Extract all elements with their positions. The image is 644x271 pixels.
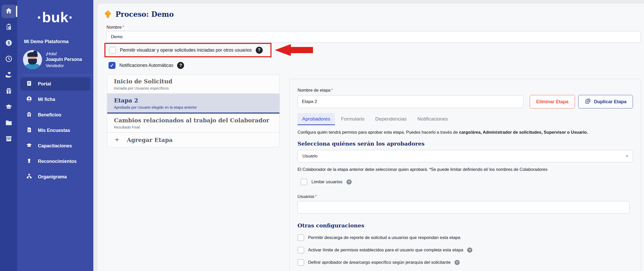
limit-users-row: Limitar usuarios ? bbox=[301, 179, 633, 185]
stage-list-item[interactable]: Inicio de SolicitudIniciada por Usuarios… bbox=[107, 75, 279, 94]
sidebar-item-mis-encuestas[interactable]: Mis Encuestas bbox=[20, 124, 90, 137]
annotation-highlight-box: Permitir visualizar y operar solicitudes… bbox=[104, 43, 271, 57]
orgchart-icon bbox=[26, 173, 32, 181]
process-diamond-icon bbox=[105, 11, 111, 18]
allow-view-other-users-label: Permitir visualizar y operar solicitudes… bbox=[120, 47, 252, 53]
rail-item-benefits-gift[interactable] bbox=[2, 85, 16, 98]
other-option-label: Activar límite de permisos establecidos … bbox=[308, 248, 463, 253]
help-icon[interactable]: ? bbox=[256, 47, 263, 54]
stage-list-item[interactable]: Etapa 2Aprobada por Usuario elegido en l… bbox=[107, 94, 279, 114]
required-marker: * bbox=[122, 25, 124, 29]
sidebar-item-label: Mis Encuestas bbox=[38, 128, 70, 133]
sidebar-item-mi-ficha[interactable]: Mi ficha bbox=[20, 93, 90, 106]
approvers-intro: Configura quién tendrá permiso para apro… bbox=[298, 130, 633, 135]
other-option-label: Definir aprobador de área/cargo específi… bbox=[308, 260, 451, 265]
sidebar-item-capacitaciones[interactable]: Capacitaciones bbox=[20, 139, 90, 153]
auto-notifications-label: Notificaciones Automáticas bbox=[119, 63, 173, 68]
avatar bbox=[23, 50, 42, 69]
limit-users-checkbox[interactable] bbox=[301, 179, 307, 185]
other-option-checkbox[interactable] bbox=[298, 234, 304, 241]
stage-title: Cambios relacionados al trabajo del Cola… bbox=[114, 117, 273, 124]
stage-list: Inicio de SolicitudIniciada por Usuarios… bbox=[107, 74, 280, 147]
icon-rail: $ bbox=[0, 0, 17, 271]
sidebar-divider bbox=[23, 75, 93, 75]
org-name: Mi Demo Plataforma bbox=[24, 39, 93, 44]
rail-item-trainings-cap[interactable] bbox=[2, 101, 16, 114]
svg-text:$: $ bbox=[7, 41, 10, 45]
help-icon[interactable]: ? bbox=[467, 248, 472, 253]
sidebar-item-label: Capacitaciones bbox=[38, 143, 72, 149]
trainings-cap-icon bbox=[26, 142, 32, 150]
time-icon bbox=[5, 55, 13, 64]
rail-item-documents-folder[interactable] bbox=[2, 117, 16, 130]
stage-name-input[interactable] bbox=[298, 95, 523, 108]
add-stage-button[interactable]: + Agregar Etapa bbox=[107, 133, 279, 147]
sidebar-item-label: Organigrama bbox=[38, 174, 67, 180]
sidebar-item-organigrama[interactable]: Organigrama bbox=[20, 170, 90, 184]
sidebar-item-label: Beneficios bbox=[38, 112, 61, 118]
tab-notificaciones[interactable]: Notificaciones bbox=[413, 113, 452, 125]
auto-notifications-row: ✓ Notificaciones Automáticas ? bbox=[109, 62, 184, 69]
process-name-input[interactable] bbox=[106, 31, 641, 43]
rail-item-marketplace-store[interactable] bbox=[2, 133, 16, 146]
delete-stage-button[interactable]: Eliminar Etapa bbox=[530, 95, 575, 108]
stage-list-item[interactable]: Cambios relacionados al trabajo del Cola… bbox=[107, 114, 279, 133]
help-icon[interactable]: ? bbox=[455, 260, 460, 265]
duplicate-icon bbox=[585, 98, 591, 106]
annotation-arrow bbox=[275, 45, 313, 55]
limit-users-label: Limitar usuarios bbox=[311, 179, 342, 185]
hand-heart-icon bbox=[5, 71, 13, 80]
other-option-checkbox[interactable] bbox=[298, 247, 304, 253]
marketplace-store-icon bbox=[5, 135, 13, 144]
process-name-label: Nombre* bbox=[106, 25, 124, 30]
users-input[interactable] bbox=[298, 201, 630, 213]
main-area: Proceso: Demo Nombre* Permitir visualiza… bbox=[93, 0, 644, 271]
auto-notifications-checkbox[interactable]: ✓ bbox=[109, 62, 115, 69]
approver-type-value: Usuario bbox=[302, 154, 318, 159]
rail-item-payments[interactable]: $ bbox=[2, 37, 16, 50]
portal-doc-icon bbox=[26, 80, 32, 88]
users-label: Usuarios* bbox=[298, 194, 633, 199]
sidebar-item-portal[interactable]: Portal bbox=[20, 77, 90, 91]
stage-title: Etapa 2 bbox=[114, 97, 273, 104]
sidebar: ·buk· Mi Demo Plataforma ¡Hola! Joaquín … bbox=[17, 0, 93, 271]
benefits-gift-icon bbox=[26, 111, 32, 119]
other-option-row: Permitir descarga de reporte de solicitu… bbox=[298, 234, 633, 241]
rail-item-home[interactable] bbox=[2, 5, 16, 18]
approver-type-select[interactable]: Usuario ▾ bbox=[298, 150, 633, 162]
other-option-checkbox[interactable] bbox=[298, 259, 304, 266]
buk-logo: ·buk· bbox=[17, 9, 93, 26]
stage-subtitle: Iniciada por Usuarios específicos bbox=[114, 86, 273, 90]
medal-icon bbox=[26, 158, 32, 165]
tab-dependencias[interactable]: Dependencias bbox=[371, 113, 411, 125]
sidebar-item-label: Portal bbox=[38, 81, 51, 87]
sidebar-item-reconocimientos[interactable]: Reconocimientos bbox=[20, 155, 90, 168]
rail-item-clipboard-tasks[interactable] bbox=[2, 21, 16, 34]
duplicate-stage-button[interactable]: Duplicar Etapa bbox=[578, 95, 633, 108]
clipboard-tasks-icon bbox=[5, 23, 13, 32]
chevron-down-icon: ▾ bbox=[626, 154, 628, 158]
rail-item-hand-heart[interactable] bbox=[2, 69, 16, 82]
other-option-label: Permitir descarga de reporte de solicitu… bbox=[308, 235, 460, 240]
stage-tabs: AprobadoresFormularioDependenciasNotific… bbox=[298, 113, 633, 125]
allow-view-other-users-checkbox[interactable] bbox=[109, 47, 116, 54]
stage-title: Inicio de Solicitud bbox=[114, 78, 273, 85]
documents-folder-icon bbox=[5, 119, 13, 128]
tab-aprobadores[interactable]: Aprobadores bbox=[298, 113, 335, 125]
profile-icon bbox=[26, 96, 32, 103]
sidebar-menu: PortalMi fichaBeneficiosMis EncuestasCap… bbox=[17, 77, 93, 184]
help-icon[interactable]: ? bbox=[177, 62, 184, 69]
tab-formulario[interactable]: Formulario bbox=[336, 113, 369, 125]
required-marker: * bbox=[331, 88, 333, 92]
process-card: Proceso: Demo Nombre* Permitir visualiza… bbox=[97, 4, 644, 271]
rail-item-time[interactable] bbox=[2, 53, 16, 66]
stage-name-label: Nombre de etapa* bbox=[298, 88, 333, 92]
plus-icon: + bbox=[115, 136, 119, 143]
benefits-gift-icon bbox=[5, 87, 13, 96]
other-config-heading: Otras configuraciones bbox=[298, 222, 633, 229]
sidebar-item-beneficios[interactable]: Beneficios bbox=[20, 108, 90, 122]
other-option-row: Activar límite de permisos establecidos … bbox=[298, 247, 633, 253]
user-role: Vendedor bbox=[46, 63, 82, 68]
help-icon[interactable]: ? bbox=[346, 179, 352, 185]
user-name: Joaquín Persona bbox=[46, 57, 82, 63]
